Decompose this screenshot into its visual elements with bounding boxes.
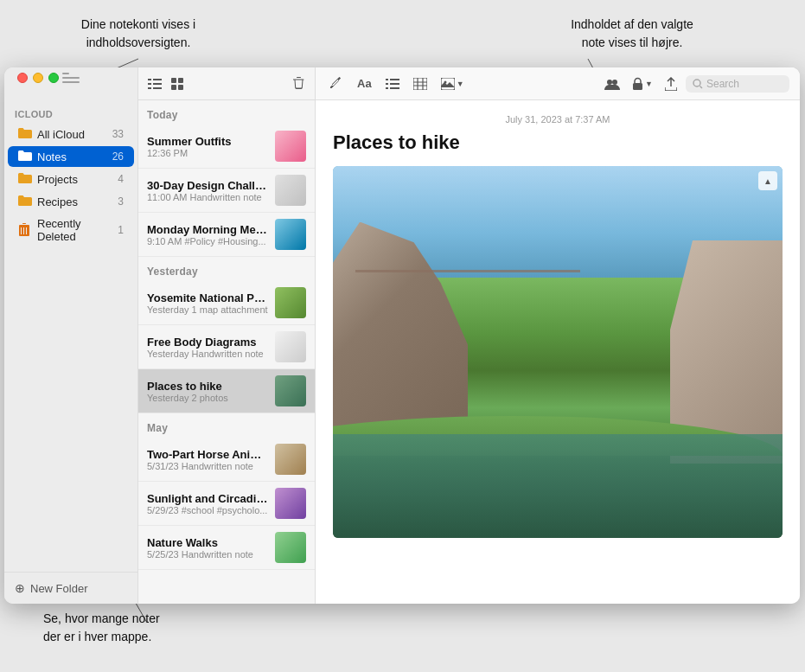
note-title: Two-Part Horse Anima... (147, 448, 268, 461)
svg-rect-9 (153, 87, 162, 89)
note-date: July 31, 2023 at 7:37 AM (333, 114, 783, 125)
note-meta: 11:00 AM Handwritten note (147, 192, 268, 202)
note-thumbnail (275, 131, 306, 162)
note-text: Free Body Diagrams Yesterday Handwritten… (147, 336, 268, 359)
sidebar-item-recently-deleted[interactable]: Recently Deleted 1 (8, 214, 134, 246)
note-item-places-to-hike[interactable]: Places to hike Yesterday 2 photos (138, 369, 315, 413)
note-text: Places to hike Yesterday 2 photos (147, 380, 268, 403)
font-button[interactable]: Aa (354, 75, 375, 92)
table-button[interactable] (410, 76, 431, 92)
svg-rect-11 (178, 78, 183, 83)
sidebar-item-projects[interactable]: Projects 4 (8, 169, 134, 189)
annotation-top-left: Dine notekonti vises i indholdsoversigte… (52, 16, 225, 52)
note-text: 30-Day Design Challen... 11:00 AM Handwr… (147, 179, 268, 202)
note-item-horse[interactable]: Two-Part Horse Anima... 5/31/23 Handwrit… (138, 438, 315, 482)
svg-rect-19 (390, 87, 399, 89)
note-title: Sunlight and Circadian... (147, 492, 268, 505)
folder-icon (18, 127, 32, 141)
svg-point-28 (612, 80, 617, 85)
detail-pane: Aa ▼ ▼ (316, 67, 800, 604)
note-meta: 5/25/23 Handwritten note (147, 549, 268, 560)
note-meta: 9:10 AM #Policy #Housing... (147, 236, 268, 246)
svg-rect-29 (633, 83, 642, 90)
svg-rect-13 (178, 85, 183, 90)
new-folder-button[interactable]: ⊕ New Folder (15, 581, 127, 595)
sidebar: iCloud All iCloud 33 Notes 26 Projects 4 (4, 67, 138, 604)
sidebar-item-recently-deleted-label: Recently Deleted (37, 217, 110, 243)
sidebar-badge-projects: 4 (110, 173, 124, 185)
note-item-design-challenge[interactable]: 30-Day Design Challen... 11:00 AM Handwr… (138, 169, 315, 213)
note-item-summer-outfits[interactable]: Summer Outfits 12:36 PM (138, 125, 315, 169)
section-header-today: Today (138, 100, 315, 125)
note-thumbnail (275, 175, 306, 206)
collaboration-button[interactable] (601, 76, 623, 92)
landscape-scene (333, 166, 783, 538)
note-thumbnail (275, 287, 306, 318)
sidebar-item-all-icloud[interactable]: All iCloud 33 (8, 124, 134, 144)
font-label: Aa (357, 77, 372, 90)
search-icon (693, 79, 703, 89)
fence (355, 270, 580, 272)
note-list-scroll[interactable]: Today Summer Outfits 12:36 PM 30-Day Des… (138, 100, 315, 604)
svg-rect-14 (386, 79, 388, 80)
svg-rect-6 (148, 83, 151, 85)
image-collapse-button[interactable]: ▲ (758, 171, 777, 190)
note-thumbnail (275, 331, 306, 362)
note-title: 30-Day Design Challen... (147, 179, 268, 192)
note-title: Free Body Diagrams (147, 336, 268, 349)
svg-rect-18 (386, 87, 388, 89)
note-item-nature-walks[interactable]: Nature Walks 5/25/23 Handwritten note (138, 526, 315, 570)
list-view-icon[interactable] (147, 76, 163, 92)
note-title: Summer Outfits (147, 135, 268, 148)
note-image: ▲ (333, 166, 783, 538)
sidebar-item-recipes[interactable]: Recipes 3 (8, 191, 134, 212)
note-text: Yosemite National Park Yesterday 1 map a… (147, 291, 268, 315)
checklist-button[interactable] (382, 76, 403, 92)
lock-button[interactable]: ▼ (629, 75, 656, 93)
sidebar-section-icloud: iCloud (4, 102, 137, 123)
note-meta: Yesterday Handwritten note (147, 349, 268, 359)
sidebar-badge-notes: 26 (110, 150, 124, 163)
svg-rect-20 (413, 78, 427, 90)
trash-folder-icon (18, 223, 32, 237)
share-button[interactable] (661, 75, 680, 93)
note-item-free-body[interactable]: Free Body Diagrams Yesterday Handwritten… (138, 325, 315, 369)
note-text: Two-Part Horse Anima... 5/31/23 Handwrit… (147, 448, 268, 471)
compose-button[interactable] (326, 75, 347, 93)
minimize-button[interactable] (33, 73, 43, 83)
svg-point-30 (693, 80, 700, 86)
media-button[interactable]: ▼ (438, 76, 468, 92)
note-meta: Yesterday 1 map attachment (147, 304, 268, 315)
sidebar-badge-all-icloud: 33 (110, 128, 124, 140)
sidebar-toggle-button[interactable] (62, 73, 80, 85)
svg-point-27 (607, 80, 612, 85)
note-thumbnail (275, 444, 306, 475)
sidebar-item-notes[interactable]: Notes 26 (8, 146, 134, 167)
note-title: Yosemite National Park (147, 291, 268, 304)
sidebar-item-notes-label: Notes (37, 150, 110, 163)
note-item-yosemite[interactable]: Yosemite National Park Yesterday 1 map a… (138, 281, 315, 325)
delete-note-icon[interactable] (291, 76, 306, 92)
annotation-top-right: Indholdet af den valgtenote vises til hø… (537, 16, 727, 52)
detail-toolbar-left: Aa ▼ (326, 75, 596, 93)
folder-icon-notes (18, 150, 32, 163)
svg-line-31 (700, 86, 703, 88)
detail-toolbar: Aa ▼ ▼ (316, 67, 800, 100)
note-text: Sunlight and Circadian... 5/29/23 #schoo… (147, 492, 268, 515)
search-input[interactable] (706, 78, 776, 90)
note-thumbnail (275, 219, 306, 250)
svg-rect-12 (171, 85, 176, 90)
search-box[interactable] (686, 75, 789, 93)
svg-rect-7 (153, 83, 162, 85)
detail-toolbar-right: ▼ (601, 75, 789, 93)
note-text: Monday Morning Meeting 9:10 AM #Policy #… (147, 223, 268, 246)
grid-view-icon[interactable] (169, 76, 185, 92)
maximize-button[interactable] (48, 73, 59, 83)
annotation-bottom-left: Se, hvor mange noterder er i hver mappe. (43, 610, 233, 646)
note-title-detail: Places to hike (333, 131, 783, 154)
note-item-monday-meeting[interactable]: Monday Morning Meeting 9:10 AM #Policy #… (138, 213, 315, 257)
note-title: Monday Morning Meeting (147, 223, 268, 236)
section-header-yesterday: Yesterday (138, 257, 315, 281)
note-item-sunlight[interactable]: Sunlight and Circadian... 5/29/23 #schoo… (138, 482, 315, 526)
close-button[interactable] (17, 73, 28, 83)
